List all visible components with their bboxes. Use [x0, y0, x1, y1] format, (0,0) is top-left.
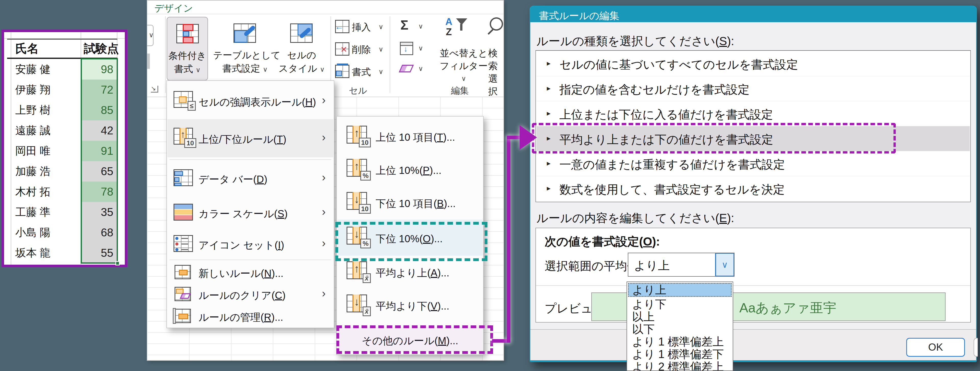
cell-name[interactable]: 加藤 浩: [15, 161, 81, 182]
average-condition-select[interactable]: より上 ∨: [628, 253, 735, 277]
menu-item-data-bars[interactable]: データ バー(D) ›: [167, 161, 333, 195]
dialog-launcher-icon[interactable]: ↘: [151, 86, 158, 92]
table-row[interactable]: 岡田 唯91: [11, 141, 117, 161]
chevron-down-icon[interactable]: ∨: [379, 68, 383, 76]
clear-eraser-icon[interactable]: [399, 65, 414, 73]
badge-10: 10: [359, 138, 371, 147]
cell-score[interactable]: 68: [81, 222, 117, 243]
cell-name[interactable]: 伊藤 翔: [15, 79, 81, 100]
dialog-title-bar[interactable]: 書式ルールの編集: [530, 6, 976, 22]
menu-item-highlight-cells-rules[interactable]: ≤ セルの強調表示ルール(H) ›: [167, 84, 333, 119]
cell-name[interactable]: 岡田 唯: [15, 141, 81, 161]
find-select-label-1: 検索: [488, 47, 504, 73]
rule-type-option-selected[interactable]: ►平均より上または下の値だけを書式設定: [536, 126, 970, 151]
menu-item-manage-rules[interactable]: ルールの管理(R)...: [167, 305, 333, 327]
data-bars-icon: [173, 169, 193, 186]
preview-sample-text: Aaあぁアァ亜宇: [739, 299, 836, 317]
manage-rules-icon: [175, 309, 191, 323]
conditional-formatting-button[interactable]: 条件付き 書式 ∨: [167, 17, 208, 81]
table-row[interactable]: 工藤 準35: [11, 202, 117, 222]
cell-name[interactable]: 工藤 準: [15, 202, 81, 222]
cell-score[interactable]: 98: [81, 59, 117, 79]
screenshot-stage: 氏名 試験点数 安藤 健98 伊藤 翔72 上野 樹85 遠藤 誠42 岡田 唯…: [0, 0, 980, 371]
chevron-down-icon[interactable]: ∨: [149, 31, 154, 39]
select-chevron-icon[interactable]: ∨: [715, 253, 734, 276]
option-above[interactable]: より上: [628, 283, 732, 297]
insert-button[interactable]: ← 挿入 ∨: [333, 19, 399, 35]
autosum-button[interactable]: Σ: [401, 17, 408, 33]
chevron-down-icon[interactable]: ∨: [418, 22, 423, 30]
cell-name[interactable]: 上野 樹: [15, 100, 81, 120]
chevron-down-icon[interactable]: ∨: [418, 65, 423, 73]
table-row[interactable]: 木村 拓78: [11, 182, 117, 202]
magnifier-handle: [488, 29, 493, 35]
find-select-button[interactable]: 検索 選択: [488, 47, 504, 98]
cell-score[interactable]: 55: [81, 243, 117, 263]
cell-score[interactable]: 65: [81, 161, 117, 182]
rule-type-option[interactable]: ►上位または下位に入る値だけを書式設定: [536, 101, 970, 126]
menu-item-top-bottom-rules[interactable]: ↑ 10 上位/下位ルール(T) ›: [167, 119, 333, 157]
cell-score[interactable]: 35: [81, 202, 117, 222]
table-row[interactable]: 上野 樹85: [11, 100, 117, 120]
cell-score[interactable]: 91: [81, 141, 117, 161]
cell-name[interactable]: 遠藤 誠: [15, 120, 81, 141]
tab-strip-border: [147, 14, 504, 14]
option-below[interactable]: より下: [628, 298, 732, 310]
menu-item-icon-sets[interactable]: アイコン セット(I) ›: [167, 230, 333, 258]
rule-type-option[interactable]: ►指定の値を含むセルだけを書式設定: [536, 76, 970, 101]
submenu-item-below-average[interactable]: ↓ x̄ 平均より下(V)...: [337, 289, 483, 322]
format-button[interactable]: 書式 ∨: [333, 64, 399, 80]
submenu-item-above-average[interactable]: ↑ x̄ 平均より上(A)...: [337, 256, 483, 289]
submenu-item-bottom-10-items[interactable]: ↓ 10 下位 10 項目(B)...: [337, 186, 483, 220]
range-average-label: 選択範囲の平均値: [545, 258, 639, 274]
rule-type-option[interactable]: ►数式を使用して、書式設定するセルを決定: [536, 176, 970, 201]
cell-name[interactable]: 坂本 龍: [15, 243, 81, 263]
menu-item-color-scales[interactable]: カラー スケール(S) ›: [167, 195, 333, 230]
option-at-or-above[interactable]: 以上: [628, 310, 732, 323]
option-at-or-below[interactable]: 以下: [628, 323, 732, 335]
cell-score[interactable]: 42: [81, 120, 117, 141]
option-2-stddev-above[interactable]: より 2 標準偏差上: [628, 360, 732, 371]
table-row[interactable]: 坂本 龍55: [11, 243, 117, 263]
chevron-down-icon[interactable]: ∨: [418, 44, 423, 52]
table-row[interactable]: 安藤 健98: [11, 59, 117, 79]
table-row[interactable]: 遠藤 誠42: [11, 120, 117, 141]
submenu-item-bottom-10-percent[interactable]: ↓ % 下位 10%(O)...: [337, 220, 483, 256]
menu-item-clear-rules[interactable]: ルールのクリア(C) ›: [167, 283, 333, 305]
sort-filter-button[interactable]: 並べ替えと フィルター ∨: [438, 47, 489, 83]
cell-score[interactable]: 78: [81, 182, 117, 202]
rule-type-option[interactable]: ►セルの値に基づいてすべてのセルを書式設定: [536, 51, 970, 76]
launcher-glyph: ↘: [151, 85, 156, 92]
fill-handle[interactable]: [115, 261, 120, 265]
color-scales-icon: [173, 204, 193, 220]
ok-button[interactable]: OK: [906, 338, 965, 357]
table-row[interactable]: 小島 陽68: [11, 222, 117, 243]
edit-rule-description-label: ルールの内容を編集してください(E):: [536, 210, 734, 226]
submenu-item-top-10-percent[interactable]: ↑ % 上位 10%(P)...: [337, 153, 483, 186]
item-arrow-icon: ►: [546, 135, 552, 142]
cell-name[interactable]: 小島 陽: [15, 222, 81, 243]
rule-type-option[interactable]: ►一意の値または重複する値だけを書式設定: [536, 151, 970, 176]
submenu-item-more-rules[interactable]: その他のルール(M)...: [337, 327, 483, 352]
table-row[interactable]: 加藤 浩65: [11, 161, 117, 182]
icon-cell-blue: [183, 31, 189, 37]
cancel-button-partial[interactable]: [974, 338, 978, 357]
chevron-down-icon[interactable]: ∨: [379, 45, 383, 53]
ribbon-tab-design[interactable]: デザイン: [154, 2, 193, 15]
delete-button[interactable]: ✕ 削除 ∨: [333, 41, 399, 58]
chevron-down-icon[interactable]: ∨: [379, 23, 383, 31]
below-average-icon: ↓ x̄: [347, 295, 367, 312]
cell-score[interactable]: 72: [81, 79, 117, 100]
format-as-table-button[interactable]: テーブルとして 書式設定 ∨: [213, 17, 277, 81]
cell-name[interactable]: 木村 拓: [15, 182, 81, 202]
submenu-arrow-icon: ›: [322, 94, 326, 106]
cell-styles-button[interactable]: セルの スタイル ∨: [275, 17, 328, 81]
option-1-stddev-below[interactable]: より 1 標準偏差下: [628, 348, 732, 360]
fill-down-button[interactable]: ↓: [400, 42, 413, 55]
option-1-stddev-above[interactable]: より 1 標準偏差上: [628, 335, 732, 348]
menu-item-new-rule[interactable]: 新しいルール(N)...: [167, 261, 333, 283]
cell-score[interactable]: 85: [81, 100, 117, 120]
table-row[interactable]: 伊藤 翔72: [11, 79, 117, 100]
cell-name[interactable]: 安藤 健: [15, 59, 81, 79]
submenu-item-top-10-items[interactable]: ↑ 10 上位 10 項目(T)...: [337, 120, 483, 153]
